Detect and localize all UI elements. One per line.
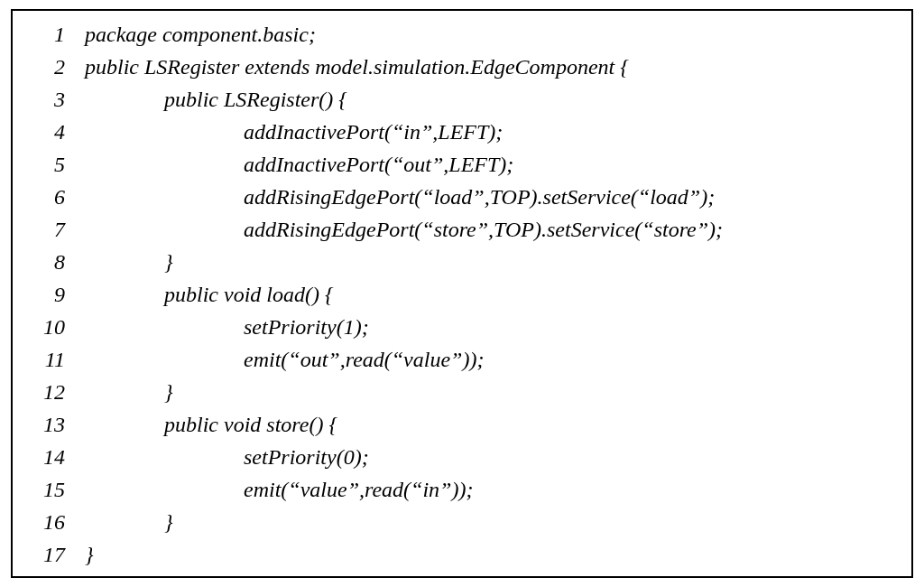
code-listing-frame: 1 package component.basic; 2 public LSRe… bbox=[11, 9, 913, 578]
code-line: 5 addInactivePort(“out”,LEFT); bbox=[23, 148, 901, 181]
code-line: 15 emit(“value”,read(“in”)); bbox=[23, 473, 901, 506]
line-number: 15 bbox=[23, 473, 85, 506]
line-text: emit(“value”,read(“in”)); bbox=[85, 473, 473, 506]
code-line: 1 package component.basic; bbox=[23, 18, 901, 51]
line-number: 9 bbox=[23, 278, 85, 311]
line-number: 14 bbox=[23, 441, 85, 473]
line-number: 3 bbox=[23, 83, 85, 116]
line-text: } bbox=[85, 538, 94, 571]
code-line: 4 addInactivePort(“in”,LEFT); bbox=[23, 116, 901, 148]
line-number: 7 bbox=[23, 213, 85, 246]
code-line: 16 } bbox=[23, 506, 901, 538]
code-line: 11 emit(“out”,read(“value”)); bbox=[23, 343, 901, 376]
code-line: 8 } bbox=[23, 246, 901, 278]
code-line: 9 public void load() { bbox=[23, 278, 901, 311]
line-number: 8 bbox=[23, 246, 85, 278]
line-number: 5 bbox=[23, 148, 85, 181]
line-text: package component.basic; bbox=[85, 18, 316, 51]
line-number: 2 bbox=[23, 51, 85, 83]
code-line: 12 } bbox=[23, 376, 901, 408]
line-number: 11 bbox=[23, 343, 85, 376]
line-number: 16 bbox=[23, 506, 85, 538]
code-line: 2 public LSRegister extends model.simula… bbox=[23, 51, 901, 83]
code-line: 3 public LSRegister() { bbox=[23, 83, 901, 116]
line-number: 17 bbox=[23, 538, 85, 571]
line-text: public LSRegister extends model.simulati… bbox=[85, 51, 629, 83]
line-text: public void load() { bbox=[85, 278, 334, 311]
code-line: 13 public void store() { bbox=[23, 408, 901, 441]
line-number: 13 bbox=[23, 408, 85, 441]
line-number: 6 bbox=[23, 181, 85, 213]
line-text: addInactivePort(“out”,LEFT); bbox=[85, 148, 513, 181]
line-text: setPriority(1); bbox=[85, 311, 369, 343]
line-text: } bbox=[85, 506, 173, 538]
code-line: 17 } bbox=[23, 538, 901, 571]
code-line: 14 setPriority(0); bbox=[23, 441, 901, 473]
line-number: 4 bbox=[23, 116, 85, 148]
line-text: emit(“out”,read(“value”)); bbox=[85, 343, 484, 376]
line-text: public LSRegister() { bbox=[85, 83, 347, 116]
line-text: addInactivePort(“in”,LEFT); bbox=[85, 116, 503, 148]
line-text: addRisingEdgePort(“load”,TOP).setService… bbox=[85, 181, 715, 213]
code-line: 7 addRisingEdgePort(“store”,TOP).setServ… bbox=[23, 213, 901, 246]
code-line: 10 setPriority(1); bbox=[23, 311, 901, 343]
code-line: 6 addRisingEdgePort(“load”,TOP).setServi… bbox=[23, 181, 901, 213]
line-text: addRisingEdgePort(“store”,TOP).setServic… bbox=[85, 213, 723, 246]
line-text: setPriority(0); bbox=[85, 441, 369, 473]
line-text: } bbox=[85, 376, 173, 408]
line-number: 12 bbox=[23, 376, 85, 408]
line-text: } bbox=[85, 246, 173, 278]
line-text: public void store() { bbox=[85, 408, 337, 441]
line-number: 10 bbox=[23, 311, 85, 343]
line-number: 1 bbox=[23, 18, 85, 51]
